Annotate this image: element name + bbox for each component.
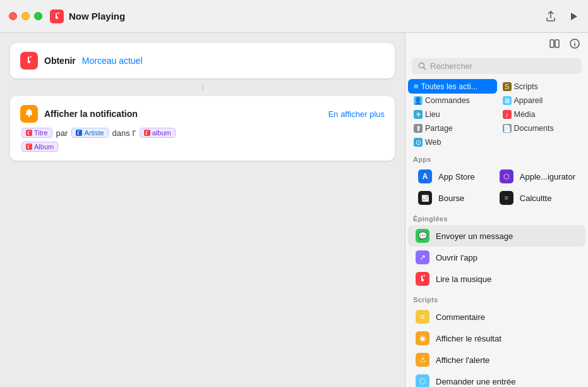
cat-scripts-top[interactable]: S Scripts (497, 79, 586, 94)
script-alerte-label: Afficher l'alerte (436, 355, 489, 365)
pinned-open-app-label: Ouvrir l'app (436, 253, 477, 262)
pinned-open-app[interactable]: ↗ Ouvrir l'app (408, 247, 585, 268)
tag-album-row2-icon (26, 144, 32, 150)
action-block-obtenir[interactable]: Obtenir Morceau actuel (10, 43, 395, 78)
cat-lieu-label: Lieu (425, 110, 440, 119)
svg-rect-3 (550, 40, 554, 47)
tag-titre-icon (26, 130, 32, 136)
svg-rect-4 (555, 40, 559, 47)
dans-label: dans l' (112, 128, 136, 138)
cat-lieu-icon: ✈ (414, 110, 423, 119)
app-calculette-icon: = (500, 191, 513, 205)
script-alerte[interactable]: ⚠ Afficher l'alerte (408, 349, 585, 371)
app-bourse[interactable]: 📈 Bourse (411, 187, 487, 209)
search-icon (418, 62, 426, 70)
pinned-music-label: Lire la musique (436, 274, 491, 284)
cat-all-label: Toutes les acti... (421, 82, 478, 91)
cat-documents-label: Documents (514, 124, 554, 133)
block-connector (202, 85, 203, 90)
svg-marker-0 (571, 13, 577, 20)
cat-media-label: Média (514, 110, 536, 119)
action-icon-music (20, 52, 38, 70)
scripts-section-label: Scripts (405, 290, 588, 306)
cat-appareil-icon: 🖥 (503, 96, 512, 105)
cat-all[interactable]: ≡ Toutes les acti... (408, 79, 497, 94)
script-resultat[interactable]: ◉ Afficher le résultat (408, 328, 585, 349)
app-configurator[interactable]: ⬡ Apple...igurator (492, 166, 583, 187)
script-commentaire-icon: ≡ (416, 310, 429, 324)
cat-documents[interactable]: 📄 Documents (497, 121, 586, 135)
action-header-2: Afficher la notification En afficher plu… (20, 105, 385, 123)
cat-media[interactable]: ♪ Média (497, 108, 586, 121)
action-link-1[interactable]: Morceau actuel (82, 56, 143, 66)
app-appstore-label: App Store (438, 172, 475, 181)
action-icon-notification (20, 105, 38, 123)
titlebar: Now Playing (0, 0, 588, 33)
window-title: Now Playing (69, 11, 545, 22)
cat-scripts-top-label: Scripts (514, 82, 538, 91)
svg-rect-2 (28, 109, 30, 111)
app-appstore-icon: A (418, 169, 432, 183)
script-entree-label: Demander une entrée (436, 377, 515, 386)
app-appstore[interactable]: A App Store (411, 166, 487, 187)
share-button[interactable] (545, 11, 556, 22)
action-row2: Album (20, 142, 385, 152)
cat-web-label: Web (425, 138, 441, 147)
tag-album-inline-icon (144, 130, 150, 136)
cat-web-icon: ⊙ (414, 138, 423, 147)
cat-partage-label: Partage (425, 124, 453, 133)
cat-media-icon: ♪ (503, 110, 512, 119)
sidebar: Rechercher ≡ Toutes les acti... S Script… (405, 33, 588, 387)
app-icon (50, 9, 64, 23)
action-body-2: Titre par Artiste dans l' album (20, 128, 385, 138)
cat-commandes[interactable]: 👤 Commandes (408, 94, 497, 108)
script-entree[interactable]: ⬡ Demander une entrée (408, 371, 585, 387)
app-configurator-label: Apple...igurator (520, 172, 575, 181)
cat-partage[interactable]: ⬆ Partage (408, 121, 497, 135)
en-afficher-plus[interactable]: En afficher plus (328, 109, 385, 119)
cat-appareil-label: Appareil (514, 96, 543, 105)
pinned-open-app-icon: ↗ (416, 250, 429, 264)
traffic-lights (9, 12, 42, 20)
sidebar-content: Apps A App Store ⬡ Apple...igurator � (405, 149, 588, 387)
action-block-notification[interactable]: Afficher la notification En afficher plu… (10, 96, 395, 161)
cat-partage-icon: ⬆ (414, 124, 423, 133)
tag-titre[interactable]: Titre (21, 128, 52, 138)
info-icon[interactable] (569, 38, 580, 52)
script-commentaire[interactable]: ≡ Commentaire (408, 306, 585, 328)
pinned-section-label: Épinglées (405, 209, 588, 225)
tag-artiste[interactable]: Artiste (71, 128, 108, 138)
tag-album-inline[interactable]: album (140, 128, 176, 138)
cat-lieu[interactable]: ✈ Lieu (408, 108, 497, 121)
cat-appareil[interactable]: 🖥 Appareil (497, 94, 586, 108)
maximize-button[interactable] (34, 12, 42, 20)
action-header-1: Obtenir Morceau actuel (20, 52, 385, 70)
close-button[interactable] (9, 12, 17, 20)
app-calculette-label: Calcultte (520, 194, 552, 203)
script-resultat-icon: ◉ (416, 331, 429, 345)
script-entree-icon: ⬡ (416, 374, 429, 387)
cat-web[interactable]: ⊙ Web (408, 135, 497, 149)
apps-section-label: Apps (405, 149, 588, 166)
pinned-message-icon: 💬 (416, 229, 429, 243)
search-bar[interactable]: Rechercher (412, 58, 582, 74)
app-configurator-icon: ⬡ (500, 169, 513, 183)
pinned-message[interactable]: 💬 Envoyer un message (408, 225, 585, 247)
apps-grid: A App Store ⬡ Apple...igurator 📈 Bourse (405, 166, 588, 209)
app-bourse-icon: 📈 (418, 191, 432, 205)
library-icon[interactable] (549, 38, 560, 52)
script-commentaire-label: Commentaire (436, 312, 485, 322)
tag-album-row2[interactable]: Album (21, 142, 58, 152)
play-button[interactable] (569, 11, 579, 22)
cat-commandes-label: Commandes (425, 96, 470, 105)
pinned-music[interactable]: Lire la musique (408, 268, 585, 290)
workflow-panel: Obtenir Morceau actuel Afficher la notif… (0, 33, 405, 387)
svg-point-6 (419, 63, 424, 68)
pinned-music-icon (416, 272, 429, 286)
minimize-button[interactable] (21, 12, 30, 20)
categories-grid: ≡ Toutes les acti... S Scripts 👤 Command… (405, 79, 588, 149)
pinned-message-label: Envoyer un message (436, 231, 513, 241)
script-resultat-label: Afficher le résultat (436, 334, 501, 343)
app-calculette[interactable]: = Calcultte (492, 187, 583, 209)
par-label: par (56, 128, 68, 138)
